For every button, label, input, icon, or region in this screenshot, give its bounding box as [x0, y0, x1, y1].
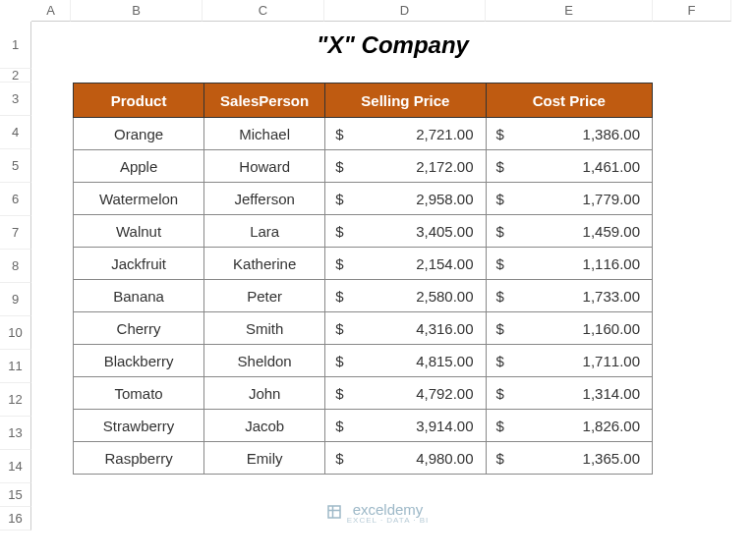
cell-product[interactable]: Strawberry	[74, 410, 204, 442]
col-header-D[interactable]: D	[324, 0, 486, 22]
cell-salesperson[interactable]: Jefferson	[204, 183, 325, 215]
cell-selling-price[interactable]: $2,172.00	[325, 150, 486, 183]
cell-selling-price[interactable]: $4,792.00	[325, 377, 486, 410]
page-title[interactable]: "X" Company	[31, 22, 754, 69]
cell-product[interactable]: Apple	[74, 150, 204, 183]
cell-salesperson[interactable]: Jacob	[204, 410, 325, 442]
cell-salesperson[interactable]: Emily	[204, 442, 325, 475]
cell-salesperson[interactable]: John	[204, 377, 325, 410]
cell-selling-price[interactable]: $4,316.00	[325, 312, 486, 345]
cell-salesperson[interactable]: Peter	[204, 280, 325, 312]
cell-salesperson[interactable]: Smith	[204, 312, 325, 345]
col-header-B[interactable]: B	[71, 0, 203, 22]
cell-salesperson[interactable]: Lara	[204, 215, 325, 248]
cell-product[interactable]: Orange	[74, 118, 204, 150]
row-header-9[interactable]: 9	[0, 283, 31, 316]
row-header-11[interactable]: 11	[0, 350, 31, 383]
cell-cost-price[interactable]: $1,160.00	[486, 312, 652, 345]
cell-cost-price[interactable]: $1,314.00	[486, 377, 652, 410]
watermark: exceldemy EXCEL · DATA · BI	[0, 501, 754, 525]
cell-product[interactable]: Banana	[74, 280, 204, 312]
row-header-8[interactable]: 8	[0, 250, 31, 283]
table-row: BananaPeter$2,580.00$1,733.00	[74, 280, 653, 312]
cell-product[interactable]: Blackberry	[74, 345, 204, 377]
table-row: JackfruitKatherine$2,154.00$1,116.00	[74, 248, 653, 280]
spreadsheet-icon	[325, 503, 343, 524]
row-header-2[interactable]: 2	[0, 69, 31, 83]
col-header-E[interactable]: E	[486, 0, 653, 22]
cell-cost-price[interactable]: $1,459.00	[486, 215, 652, 248]
row-header-5[interactable]: 5	[0, 149, 31, 183]
cell-cost-price[interactable]: $1,779.00	[486, 183, 652, 215]
cell-salesperson[interactable]: Michael	[204, 118, 325, 150]
header-salesperson[interactable]: SalesPerson	[204, 84, 325, 118]
data-table: Product SalesPerson Selling Price Cost P…	[73, 83, 653, 475]
cell-product[interactable]: Raspberry	[74, 442, 204, 475]
row-header-12[interactable]: 12	[0, 383, 31, 417]
table-row: WalnutLara$3,405.00$1,459.00	[74, 215, 653, 248]
table-header-row: Product SalesPerson Selling Price Cost P…	[74, 84, 653, 118]
cell-cost-price[interactable]: $1,365.00	[486, 442, 652, 475]
cell-cost-price[interactable]: $1,711.00	[486, 345, 652, 377]
cell-product[interactable]: Watermelon	[74, 183, 204, 215]
row-header-7[interactable]: 7	[0, 216, 31, 250]
row-header-14[interactable]: 14	[0, 450, 31, 483]
cell-selling-price[interactable]: $2,154.00	[325, 248, 486, 280]
watermark-sub: EXCEL · DATA · BI	[347, 516, 430, 525]
row-header-13[interactable]: 13	[0, 417, 31, 450]
cell-cost-price[interactable]: $1,733.00	[486, 280, 652, 312]
cell-salesperson[interactable]: Katherine	[204, 248, 325, 280]
cell-selling-price[interactable]: $2,958.00	[325, 183, 486, 215]
header-selling-price[interactable]: Selling Price	[325, 84, 486, 118]
cell-selling-price[interactable]: $2,721.00	[325, 118, 486, 150]
header-product[interactable]: Product	[74, 84, 204, 118]
cell-selling-price[interactable]: $4,815.00	[325, 345, 486, 377]
table-row: AppleHoward$2,172.00$1,461.00	[74, 150, 653, 183]
table-row: WatermelonJefferson$2,958.00$1,779.00	[74, 183, 653, 215]
col-header-F[interactable]: F	[653, 0, 731, 22]
cell-product[interactable]: Walnut	[74, 215, 204, 248]
cell-cost-price[interactable]: $1,116.00	[486, 248, 652, 280]
cell-cost-price[interactable]: $1,386.00	[486, 118, 652, 150]
cell-product[interactable]: Tomato	[74, 377, 204, 410]
row-header-4[interactable]: 4	[0, 116, 31, 149]
table-row: CherrySmith$4,316.00$1,160.00	[74, 312, 653, 345]
cell-cost-price[interactable]: $1,461.00	[486, 150, 652, 183]
cell-salesperson[interactable]: Howard	[204, 150, 325, 183]
row-header-1[interactable]: 1	[0, 22, 31, 69]
col-header-C[interactable]: C	[203, 0, 324, 22]
table-row: BlackberrySheldon$4,815.00$1,711.00	[74, 345, 653, 377]
row-header-3[interactable]: 3	[0, 83, 31, 116]
cell-salesperson[interactable]: Sheldon	[204, 345, 325, 377]
col-header-A[interactable]: A	[31, 0, 71, 22]
row-header-6[interactable]: 6	[0, 183, 31, 216]
cell-selling-price[interactable]: $2,580.00	[325, 280, 486, 312]
cell-product[interactable]: Cherry	[74, 312, 204, 345]
cell-selling-price[interactable]: $4,980.00	[325, 442, 486, 475]
header-cost-price[interactable]: Cost Price	[486, 84, 652, 118]
cell-cost-price[interactable]: $1,826.00	[486, 410, 652, 442]
cell-selling-price[interactable]: $3,405.00	[325, 215, 486, 248]
table-row: RaspberryEmily$4,980.00$1,365.00	[74, 442, 653, 475]
table-row: StrawberryJacob$3,914.00$1,826.00	[74, 410, 653, 442]
table-row: OrangeMichael$2,721.00$1,386.00	[74, 118, 653, 150]
table-row: TomatoJohn$4,792.00$1,314.00	[74, 377, 653, 410]
row-header-10[interactable]: 10	[0, 316, 31, 350]
cell-product[interactable]: Jackfruit	[74, 248, 204, 280]
cell-selling-price[interactable]: $3,914.00	[325, 410, 486, 442]
